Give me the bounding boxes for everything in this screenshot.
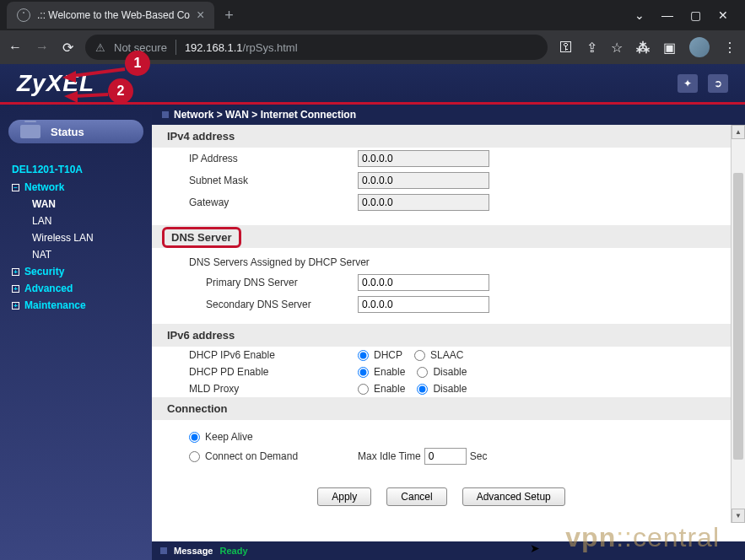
content-area: Status DEL1201-T10A − Network WAN LAN Wi…: [0, 105, 745, 560]
status-bar-icon: [160, 547, 167, 554]
status-bar-value: Ready: [219, 546, 247, 556]
primary-dns-field[interactable]: [358, 274, 489, 291]
pd-disable-radio[interactable]: [417, 367, 428, 378]
on-demand-radio[interactable]: [189, 451, 200, 462]
expand-icon[interactable]: +: [12, 302, 19, 310]
expand-icon[interactable]: +: [12, 268, 19, 276]
keep-alive-label[interactable]: Keep Alive: [205, 431, 253, 443]
status-button[interactable]: Status: [8, 120, 143, 143]
scroll-down-button[interactable]: ▼: [732, 509, 745, 523]
breadcrumb-icon: [162, 111, 169, 118]
separator: [175, 40, 176, 55]
share-icon[interactable]: ⇪: [586, 40, 597, 56]
sidebar-item-wan[interactable]: WAN: [8, 196, 143, 213]
warning-icon: ⚠: [95, 41, 105, 54]
ip-address-field: [358, 150, 489, 167]
nav-label: Wireless LAN: [32, 232, 94, 244]
browser-chrome: .:: Welcome to the Web-Based Co × + ⌄ — …: [0, 0, 745, 64]
callout-2: 2: [108, 78, 133, 104]
nav-label: LAN: [32, 215, 51, 227]
toolbar-right: ⚿ ⇪ ☆ ⁂ ▣ ⋮: [559, 37, 737, 57]
section-ipv4-header: IPv4 address: [152, 125, 731, 148]
panel-icon[interactable]: ▣: [663, 40, 676, 56]
svg-marker-1: [62, 71, 76, 83]
form-panel: ▲ ▼ IPv4 address IP Address Subnet Mask: [152, 125, 745, 541]
svg-line-2: [74, 94, 108, 96]
toolbar: ← → ⟳ ⚠ Not secure 192.168.1.1/rpSys.htm…: [0, 30, 745, 64]
pd-disable-label[interactable]: Disable: [433, 366, 467, 378]
reload-button[interactable]: ⟳: [62, 40, 73, 56]
logout-icon[interactable]: ➲: [708, 74, 728, 93]
tab-title: .:: Welcome to the Web-Based Co: [37, 9, 190, 21]
address-bar[interactable]: ⚠ Not secure 192.168.1.1/rpSys.html: [85, 35, 548, 60]
advanced-setup-button[interactable]: Advanced Setup: [462, 487, 565, 506]
sidebar-item-nat[interactable]: NAT: [8, 246, 143, 263]
max-idle-label: Max Idle Time: [358, 450, 421, 462]
wizard-icon[interactable]: ✦: [678, 74, 698, 93]
forward-button[interactable]: →: [35, 40, 49, 56]
section-ipv6-header: IPv6 address: [152, 324, 731, 347]
sidebar-item-wireless-lan[interactable]: Wireless LAN: [8, 229, 143, 246]
url-text: 192.168.1.1/rpSys.html: [185, 41, 298, 54]
header-icons: ✦ ➲: [678, 74, 728, 93]
cancel-button[interactable]: Cancel: [386, 487, 446, 506]
dhcp-ipv6-label: DHCP IPv6 Enable: [189, 349, 358, 361]
menu-icon[interactable]: ⋮: [723, 40, 737, 56]
close-tab-icon[interactable]: ×: [197, 8, 204, 23]
status-label: Status: [51, 126, 84, 138]
scrollbar[interactable]: ▲ ▼: [731, 125, 745, 523]
window-controls: ⌄ — ▢ ✕: [634, 8, 738, 22]
nav-label: Advanced: [24, 283, 73, 294]
status-bar: Message Ready: [152, 541, 745, 560]
mld-proxy-label: MLD Proxy: [189, 383, 358, 395]
sidebar-item-network[interactable]: − Network: [8, 179, 143, 196]
key-icon[interactable]: ⚿: [559, 40, 573, 55]
sidebar-item-maintenance[interactable]: + Maintenance: [8, 297, 143, 314]
button-row: Apply Cancel Advanced Setup: [152, 467, 731, 526]
on-demand-label[interactable]: Connect on Demand: [205, 450, 298, 462]
max-idle-field[interactable]: [424, 448, 467, 465]
new-tab-button[interactable]: +: [224, 7, 234, 24]
back-button[interactable]: ←: [8, 40, 22, 56]
slaac-radio-label[interactable]: SLAAC: [430, 349, 463, 361]
expand-icon[interactable]: +: [12, 285, 19, 293]
collapse-icon[interactable]: −: [12, 184, 19, 191]
apply-button[interactable]: Apply: [317, 487, 371, 506]
mld-enable-radio[interactable]: [358, 384, 369, 395]
dns-subheader: DNS Servers Assigned by DHCP Server: [152, 253, 731, 272]
scroll-thumb[interactable]: [733, 173, 743, 460]
maximize-button[interactable]: ▢: [690, 8, 701, 22]
chevron-down-icon[interactable]: ⌄: [634, 8, 645, 22]
subnet-mask-label: Subnet Mask: [189, 175, 358, 186]
sidebar-item-security[interactable]: + Security: [8, 263, 143, 280]
section-dns-header: DNS Server DNS Server: [152, 225, 731, 248]
minimize-button[interactable]: —: [661, 8, 673, 22]
dhcp-radio-label[interactable]: DHCP: [374, 349, 402, 361]
pd-enable-radio[interactable]: [358, 367, 369, 378]
slaac-radio[interactable]: [414, 350, 425, 361]
scroll-up-button[interactable]: ▲: [732, 125, 745, 139]
secondary-dns-field[interactable]: [358, 296, 489, 313]
nav-label: WAN: [32, 198, 56, 210]
sidebar-item-lan[interactable]: LAN: [8, 213, 143, 229]
sidebar-item-advanced[interactable]: + Advanced: [8, 280, 143, 297]
keep-alive-radio[interactable]: [189, 432, 200, 443]
tab-bar: .:: Welcome to the Web-Based Co × + ⌄ — …: [0, 0, 745, 30]
star-icon[interactable]: ☆: [611, 40, 623, 56]
dhcp-radio[interactable]: [358, 350, 369, 361]
browser-tab[interactable]: .:: Welcome to the Web-Based Co ×: [7, 2, 214, 29]
idle-unit: Sec: [470, 450, 488, 462]
mld-enable-label[interactable]: Enable: [374, 383, 405, 395]
gateway-label: Gateway: [189, 197, 358, 208]
cursor-icon: ➤: [530, 541, 540, 555]
profile-avatar[interactable]: [689, 37, 710, 57]
scroll-track[interactable]: [732, 139, 745, 509]
primary-dns-label: Primary DNS Server: [206, 277, 358, 288]
mld-disable-radio[interactable]: [417, 384, 428, 395]
mld-disable-label[interactable]: Disable: [433, 383, 467, 395]
extensions-icon[interactable]: ⁂: [636, 40, 650, 56]
nav-label: Network: [24, 181, 64, 193]
close-window-button[interactable]: ✕: [718, 8, 728, 22]
pd-enable-label[interactable]: Enable: [374, 366, 405, 378]
nav-label: Maintenance: [24, 299, 86, 311]
